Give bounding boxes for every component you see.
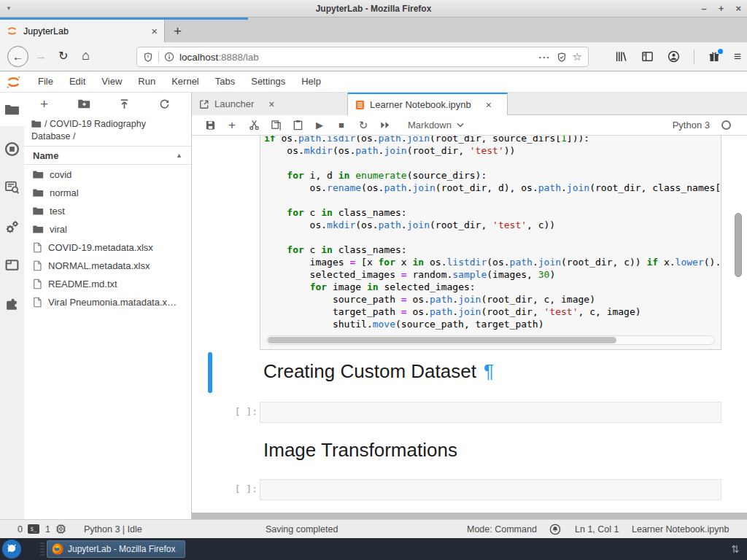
new-launcher-button[interactable]: + (24, 96, 64, 112)
tab-learner-notebook[interactable]: Learner Notebook.ipynb × (348, 93, 508, 115)
file-item-covid-19-metadata-xlsx[interactable]: COVID-19.metadata.xlsx (24, 238, 191, 257)
file-item-readme-md-txt[interactable]: README.md.txt (24, 275, 191, 293)
running-sessions-icon[interactable] (4, 141, 20, 157)
code-cell[interactable]: if os.path.isdir(os.path.join(root_dir, … (260, 136, 721, 350)
window-menu-icon[interactable]: ▼ (6, 5, 12, 12)
property-inspector-icon[interactable] (4, 219, 20, 235)
code-line[interactable]: images = [x for x in os.listdir(os.path.… (264, 256, 721, 268)
command-mode-indicator[interactable]: Mode: Command (467, 520, 537, 538)
browser-tab-jupyterlab[interactable]: JupyterLab × (0, 20, 165, 42)
markdown-cell-heading1[interactable]: Creating Custom Dataset¶ (263, 360, 494, 383)
code-line[interactable]: for c in class_names: (264, 244, 721, 256)
notification-bell-icon[interactable] (549, 520, 561, 538)
tab-launcher[interactable]: Launcher × (192, 93, 348, 115)
sidebar-toggle-icon[interactable] (641, 50, 654, 63)
tab-close-icon[interactable]: × (268, 98, 274, 110)
refresh-button[interactable] (144, 98, 185, 109)
code-editor[interactable]: if os.path.isdir(os.path.join(root_dir, … (264, 136, 721, 330)
tab-close-icon[interactable]: × (486, 99, 492, 111)
code-line[interactable] (264, 194, 721, 206)
name-column-header[interactable]: Name (33, 150, 176, 161)
menu-tabs[interactable]: Tabs (207, 71, 243, 92)
copy-cells-button[interactable] (265, 117, 287, 134)
extension-manager-icon[interactable] (4, 297, 20, 312)
upload-button[interactable] (104, 98, 144, 110)
markdown-cell-heading2[interactable]: Image Transformations (263, 439, 457, 462)
folder-item-normal[interactable]: normal (24, 184, 191, 202)
cell-horizontal-scrollbar[interactable] (266, 335, 715, 345)
forward-button[interactable]: → (35, 50, 47, 63)
code-line[interactable]: for image in selected_images: (264, 281, 721, 293)
workspace-switcher-icon[interactable]: ⇅ (731, 543, 740, 555)
tab-close-icon[interactable]: × (151, 25, 158, 37)
new-folder-button[interactable] (64, 98, 104, 109)
taskbar-window-button[interactable]: JupyterLab - Mozilla Firefox (47, 540, 185, 558)
kernel-chip-icon[interactable] (55, 520, 66, 538)
minimize-button[interactable]: – (702, 0, 707, 18)
menu-view[interactable]: View (93, 71, 130, 92)
site-info-icon[interactable] (164, 52, 174, 62)
kernel-status-text[interactable]: Python 3 | Idle (84, 520, 142, 538)
page-actions-icon[interactable]: ··· (539, 52, 551, 63)
restart-kernel-button[interactable]: ↻ (352, 117, 374, 134)
folder-item-viral[interactable]: viral (24, 220, 191, 238)
reload-button[interactable]: ↻ (58, 49, 68, 63)
empty-code-cell[interactable] (260, 402, 721, 423)
code-line[interactable]: if os.path.isdir(os.path.join(root_dir, … (264, 136, 721, 144)
breadcrumb-folder-icon[interactable] (31, 120, 42, 128)
back-button[interactable]: ← (7, 46, 28, 67)
hamburger-menu-icon[interactable]: ≡ (734, 50, 741, 64)
code-line[interactable]: os.mkdir(os.path.join(root_dir, 'test', … (264, 219, 721, 231)
file-list-header[interactable]: Name ▲ (24, 146, 191, 165)
notebook-horizontal-scrollbar[interactable] (192, 513, 747, 519)
code-line[interactable]: for c in class_names: (264, 206, 721, 219)
code-line[interactable]: selected_images = random.sample(images, … (264, 268, 721, 281)
empty-code-cell[interactable] (260, 479, 721, 500)
folder-item-covid[interactable]: covid (24, 166, 191, 184)
code-line[interactable] (264, 157, 721, 169)
code-line[interactable]: shutil.move(source_path, target_path) (264, 318, 721, 330)
paste-cells-button[interactable] (287, 117, 309, 134)
interrupt-kernel-button[interactable]: ■ (330, 117, 352, 134)
code-line[interactable]: for i, d in enumerate(source_dirs): (264, 169, 721, 182)
home-button[interactable]: ⌂ (82, 48, 90, 63)
file-item-viral-pneumonia-matadata-x-[interactable]: Viral Pneumonia.matadata.x… (24, 293, 191, 311)
file-item-normal-metadata-xlsx[interactable]: NORMAL.metadata.xlsx (24, 257, 191, 275)
restart-run-all-button[interactable] (374, 117, 396, 134)
terminals-count[interactable]: 0 (18, 520, 23, 538)
file-browser-icon[interactable] (4, 102, 20, 117)
open-tabs-icon[interactable] (4, 257, 20, 273)
library-icon[interactable] (615, 50, 627, 63)
notebook-vertical-scrollbar[interactable] (735, 213, 742, 277)
maximize-button[interactable]: + (719, 0, 724, 18)
code-line[interactable]: os.rename(os.path.join(root_dir, d), os.… (264, 182, 721, 194)
bookmark-star-icon[interactable]: ☆ (573, 50, 582, 63)
cursor-position[interactable]: Ln 1, Col 1 (575, 520, 619, 538)
cut-cells-button[interactable] (243, 117, 265, 134)
window-titlebar[interactable]: ▼ JupyterLab - Mozilla Firefox – + × (0, 0, 747, 18)
command-palette-icon[interactable] (4, 179, 20, 195)
url-text[interactable]: localhost:8888/lab (179, 52, 533, 63)
account-icon[interactable] (667, 50, 680, 63)
code-line[interactable] (264, 231, 721, 244)
new-tab-button[interactable]: + (166, 20, 190, 42)
code-line[interactable]: os.mkdir(os.path.join(root_dir, 'test')) (264, 144, 721, 157)
code-line[interactable]: target_path = os.path.join(root_dir, 'te… (264, 306, 721, 318)
heading-anchor-link[interactable]: ¶ (476, 360, 494, 382)
menu-edit[interactable]: Edit (61, 71, 93, 92)
save-button[interactable] (199, 117, 221, 134)
menu-run[interactable]: Run (130, 71, 163, 92)
shield-icon[interactable] (143, 52, 153, 63)
close-button[interactable]: × (735, 0, 741, 18)
code-line[interactable]: source_path = os.path.join(root_dir, c, … (264, 293, 721, 306)
folder-item-test[interactable]: test (24, 202, 191, 220)
kernel-status-icon[interactable] (721, 120, 731, 130)
run-cell-button[interactable]: ▶ (309, 117, 330, 134)
menu-settings[interactable]: Settings (243, 71, 293, 92)
menu-kernel[interactable]: Kernel (163, 71, 207, 92)
kernel-name[interactable]: Python 3 (673, 120, 710, 131)
scrollbar-thumb[interactable] (268, 337, 616, 343)
url-bar[interactable]: localhost:8888/lab ··· ☆ (136, 47, 589, 67)
menu-file[interactable]: File (30, 71, 61, 92)
tracking-shield-icon[interactable] (557, 52, 567, 63)
